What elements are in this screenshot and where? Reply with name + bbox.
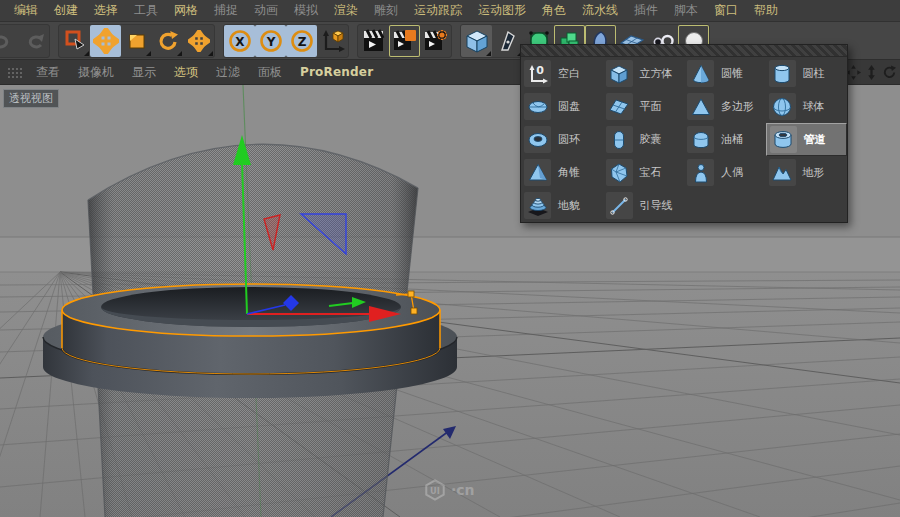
relief-icon	[524, 192, 551, 219]
primitive-pyramid[interactable]: 角锥	[521, 156, 603, 189]
guide-icon	[606, 192, 633, 219]
coordinate-system-icon[interactable]	[317, 25, 348, 57]
render-view-icon[interactable]	[358, 25, 389, 57]
menu-create[interactable]: 创建	[46, 0, 86, 21]
cylinder-icon	[769, 60, 796, 87]
primitives-grid: 0 空白 立方体 圆锥 圆柱 圆盘	[521, 57, 847, 222]
viewport-menu-view[interactable]: 查看	[27, 64, 69, 81]
scale-tool-icon[interactable]	[121, 25, 152, 57]
menu-render[interactable]: 渲染	[326, 0, 366, 21]
undo-icon[interactable]	[0, 25, 18, 57]
axis-lock-group: X Y Z	[223, 24, 349, 58]
move-tool-icon[interactable]	[90, 25, 121, 57]
svg-text:0: 0	[536, 64, 544, 77]
axis-z-lock-icon[interactable]: Z	[286, 25, 317, 57]
figure-icon	[687, 159, 714, 186]
axis-y-lock-icon[interactable]: Y	[255, 25, 286, 57]
null-icon: 0	[524, 60, 551, 87]
primitive-null[interactable]: 0 空白	[521, 57, 603, 90]
primitive-cylinder[interactable]: 圆柱	[766, 57, 848, 90]
primitive-guide[interactable]: 引导线	[603, 189, 685, 222]
empty-cell	[766, 189, 848, 222]
menu-tools[interactable]: 工具	[126, 0, 166, 21]
primitive-gem[interactable]: 宝石	[603, 156, 685, 189]
tube-object-selected[interactable]	[62, 284, 440, 374]
redo-icon[interactable]	[18, 25, 49, 57]
primitive-relief[interactable]: 地貌	[521, 189, 603, 222]
menu-script[interactable]: 脚本	[666, 0, 706, 21]
move-last-tool-icon[interactable]	[183, 25, 214, 57]
primitive-oiltank[interactable]: 油桶	[684, 123, 766, 156]
axis-x-lock-icon[interactable]: X	[224, 25, 255, 57]
panel-drag-handle[interactable]	[521, 45, 847, 57]
menu-edit[interactable]: 编辑	[6, 0, 46, 21]
svg-text:X: X	[235, 34, 245, 48]
oiltank-icon	[687, 126, 714, 153]
primitive-tube-selected[interactable]: 管道	[766, 123, 848, 156]
primitive-landscape[interactable]: 地形	[766, 156, 848, 189]
pyramid-icon	[524, 159, 551, 186]
menu-help[interactable]: 帮助	[746, 0, 786, 21]
undo-redo-group	[0, 24, 50, 58]
svg-text:Z: Z	[297, 34, 306, 48]
watermark-hexagon-icon: UI	[424, 479, 446, 501]
viewport-menu-display[interactable]: 显示	[123, 64, 165, 81]
polygon-icon	[687, 93, 714, 120]
primitives-dropdown-panel: 0 空白 立方体 圆锥 圆柱 圆盘	[520, 44, 848, 223]
watermark: UI ·cn	[424, 479, 475, 501]
view-label: 透视视图	[3, 89, 59, 108]
menu-snap[interactable]: 捕捉	[206, 0, 246, 21]
primitive-polygon[interactable]: 多边形	[684, 90, 766, 123]
rotate-tool-icon[interactable]	[152, 25, 183, 57]
menu-window[interactable]: 窗口	[706, 0, 746, 21]
primitive-capsule[interactable]: 胶囊	[603, 123, 685, 156]
menu-motion-tracker[interactable]: 运动跟踪	[406, 0, 470, 21]
svg-text:Y: Y	[265, 34, 275, 48]
primitive-cube-icon[interactable]	[461, 25, 492, 57]
plane-icon	[606, 93, 633, 120]
menu-sculpt[interactable]: 雕刻	[366, 0, 406, 21]
primitive-disc[interactable]: 圆盘	[521, 90, 603, 123]
primitive-cone[interactable]: 圆锥	[684, 57, 766, 90]
menu-character[interactable]: 角色	[534, 0, 574, 21]
viewport-menu-options[interactable]: 选项	[165, 64, 207, 81]
cone-icon	[687, 60, 714, 87]
menu-plugins[interactable]: 插件	[626, 0, 666, 21]
viewport-menu-filter[interactable]: 过滤	[207, 64, 249, 81]
empty-cell	[684, 189, 766, 222]
render-picture-viewer-icon[interactable]	[389, 25, 420, 57]
viewport-zoom-icon[interactable]	[863, 63, 880, 81]
viewport-menu-prorender[interactable]: ProRender	[291, 65, 382, 79]
tube-icon	[770, 126, 797, 153]
menu-mograph[interactable]: 运动图形	[470, 0, 534, 21]
viewport-rotate-icon[interactable]	[881, 63, 898, 81]
primitive-sphere[interactable]: 球体	[766, 90, 848, 123]
render-settings-icon[interactable]	[420, 25, 451, 57]
cinema4d-window: { "menu_bar": { "items": [ {"label":"编辑"…	[0, 0, 900, 517]
cube-icon	[606, 60, 633, 87]
disc-icon	[524, 93, 551, 120]
pen-spline-icon[interactable]	[492, 25, 523, 57]
primitive-plane[interactable]: 平面	[603, 90, 685, 123]
torus-icon	[524, 126, 551, 153]
tool-group	[58, 24, 215, 58]
menu-mesh[interactable]: 网格	[166, 0, 206, 21]
menu-pipeline[interactable]: 流水线	[574, 0, 626, 21]
viewport-menu-panel[interactable]: 面板	[249, 64, 291, 81]
primitive-torus[interactable]: 圆环	[521, 123, 603, 156]
viewport-menu-cameras[interactable]: 摄像机	[69, 64, 123, 81]
svg-text:UI: UI	[430, 486, 440, 496]
capsule-icon	[606, 126, 633, 153]
landscape-icon	[769, 159, 796, 186]
rectangle-select-icon[interactable]	[59, 25, 90, 57]
sphere-icon	[769, 93, 796, 120]
menu-select[interactable]: 选择	[86, 0, 126, 21]
main-menu-bar: 编辑 创建 选择 工具 网格 捕捉 动画 模拟 渲染 雕刻 运动跟踪 运动图形 …	[0, 0, 900, 22]
primitive-figure[interactable]: 人偶	[684, 156, 766, 189]
palette-grip-icon[interactable]	[6, 66, 22, 79]
menu-animate[interactable]: 动画	[246, 0, 286, 21]
menu-simulate[interactable]: 模拟	[286, 0, 326, 21]
primitive-cube[interactable]: 立方体	[603, 57, 685, 90]
watermark-text: ·cn	[451, 482, 475, 498]
render-group	[357, 24, 452, 58]
